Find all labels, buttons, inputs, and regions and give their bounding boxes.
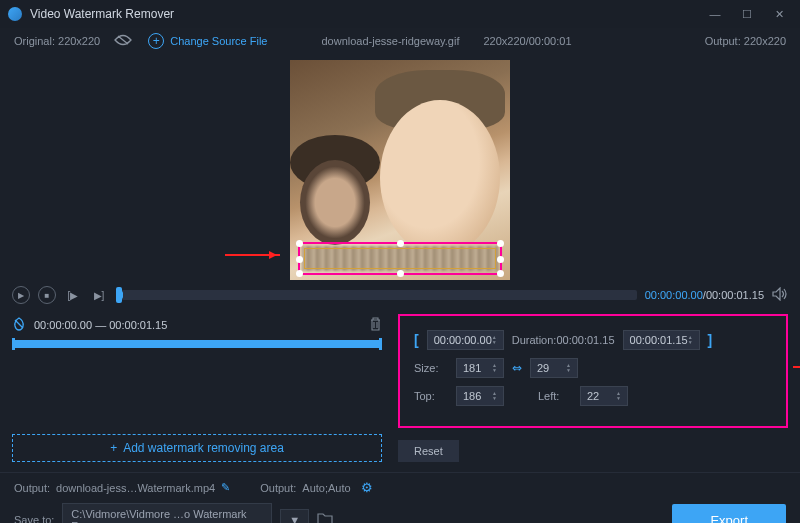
clip-row[interactable]: 00:00:00.00 — 00:00:01.15: [12, 314, 382, 336]
change-source-button[interactable]: + Change Source File: [148, 33, 267, 49]
stop-button[interactable]: ■: [38, 286, 56, 304]
step-back-button[interactable]: [▶: [64, 286, 82, 304]
bracket-end-icon[interactable]: ]: [708, 332, 713, 348]
link-aspect-icon[interactable]: ⇔: [512, 361, 522, 375]
annotation-arrow-icon: [793, 366, 800, 368]
clip-range-label: 00:00:00.00 — 00:00:01.15: [34, 319, 361, 331]
width-input[interactable]: 181▲▼: [456, 358, 504, 378]
titlebar: Video Watermark Remover — ☐ ✕: [0, 0, 800, 28]
annotation-arrow-icon: [225, 254, 280, 256]
minimize-button[interactable]: —: [702, 3, 728, 25]
add-area-label: Add watermark removing area: [123, 441, 284, 455]
timeline-slider[interactable]: [116, 290, 637, 300]
export-button[interactable]: Export: [672, 504, 786, 524]
spinner-icon[interactable]: ▲▼: [492, 391, 497, 401]
output-settings-button[interactable]: ⚙: [361, 480, 373, 495]
video-preview[interactable]: [290, 60, 510, 280]
height-input[interactable]: 29▲▼: [530, 358, 578, 378]
reset-button[interactable]: Reset: [398, 440, 459, 462]
file-meta-label: 220x220/00:00:01: [483, 35, 571, 47]
app-title: Video Watermark Remover: [30, 7, 702, 21]
bracket-start-icon[interactable]: [: [414, 332, 419, 348]
playback-bar: ▶ ■ [▶ ▶] 00:00:00.00/00:00:01.15: [0, 282, 800, 308]
step-fwd-button[interactable]: ▶]: [90, 286, 108, 304]
delete-clip-button[interactable]: [369, 317, 382, 333]
spinner-icon[interactable]: ▲▼: [688, 335, 693, 345]
top-input[interactable]: 186▲▼: [456, 386, 504, 406]
save-path-input[interactable]: C:\Vidmore\Vidmore …o Watermark Remover: [62, 503, 272, 523]
clip-range-bar[interactable]: [12, 340, 382, 348]
save-path-dropdown[interactable]: ▼: [280, 509, 309, 523]
spinner-icon[interactable]: ▲▼: [492, 335, 497, 345]
end-time-input[interactable]: 00:00:01.15▲▼: [623, 330, 700, 350]
start-time-input[interactable]: 00:00:00.00▲▼: [427, 330, 504, 350]
left-input[interactable]: 22▲▼: [580, 386, 628, 406]
watermark-clip-icon: [12, 317, 26, 333]
open-folder-button[interactable]: [317, 512, 333, 523]
parameters-panel: [ 00:00:00.00▲▼ Duration:00:00:01.15 00:…: [398, 314, 788, 428]
spinner-icon[interactable]: ▲▼: [616, 391, 621, 401]
preview-toggle-icon[interactable]: [114, 33, 134, 49]
spinner-icon[interactable]: ▲▼: [566, 363, 571, 373]
original-size-label: Original: 220x220: [14, 35, 100, 47]
info-bar: Original: 220x220 + Change Source File d…: [0, 28, 800, 54]
save-bar: Save to: C:\Vidmore\Vidmore …o Watermark…: [0, 502, 800, 523]
left-label: Left:: [538, 390, 572, 402]
app-logo-icon: [8, 7, 22, 21]
watermark-selection[interactable]: [298, 242, 502, 275]
maximize-button[interactable]: ☐: [734, 3, 760, 25]
output-format-key: Output:: [260, 482, 296, 494]
size-label: Size:: [414, 362, 448, 374]
change-source-label: Change Source File: [170, 35, 267, 47]
timeline-knob[interactable]: [116, 287, 122, 303]
edit-output-name-button[interactable]: ✎: [221, 481, 230, 494]
duration-label: Duration:00:00:01.15: [512, 334, 615, 346]
output-file-label: Output:: [14, 482, 50, 494]
time-display: 00:00:00.00/00:00:01.15: [645, 289, 764, 301]
plus-icon: +: [110, 441, 117, 455]
spinner-icon[interactable]: ▲▼: [492, 363, 497, 373]
add-watermark-area-button[interactable]: + Add watermark removing area: [12, 434, 382, 462]
save-to-label: Save to:: [14, 514, 54, 523]
filename-label: download-jesse-ridgeway.gif: [321, 35, 459, 47]
clip-list-panel: 00:00:00.00 — 00:00:01.15: [12, 314, 382, 428]
close-button[interactable]: ✕: [766, 3, 792, 25]
output-filename: download-jess…Watermark.mp4: [56, 482, 215, 494]
output-size-label: Output: 220x220: [705, 35, 786, 47]
output-bar: Output: download-jess…Watermark.mp4 ✎ Ou…: [0, 472, 800, 502]
top-label: Top:: [414, 390, 448, 402]
play-button[interactable]: ▶: [12, 286, 30, 304]
total-time: /00:00:01.15: [703, 289, 764, 301]
plus-icon: +: [148, 33, 164, 49]
current-time: 00:00:00.00: [645, 289, 703, 301]
output-format-value: Auto;Auto: [302, 482, 350, 494]
volume-icon[interactable]: [772, 287, 788, 303]
preview-area: [0, 54, 800, 282]
